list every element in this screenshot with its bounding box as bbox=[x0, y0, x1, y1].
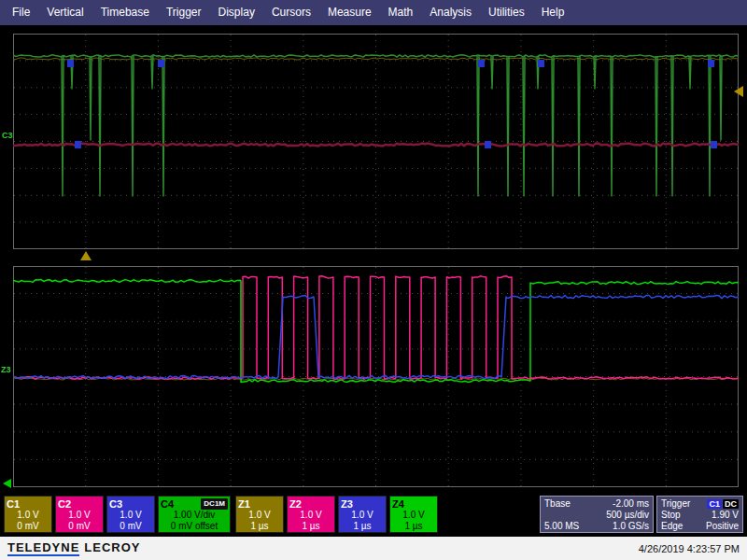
trigger-type: Edge bbox=[661, 521, 683, 531]
menu-item-display[interactable]: Display bbox=[210, 0, 263, 25]
zoom-id: Z2 bbox=[289, 498, 302, 510]
menu-item-utilities[interactable]: Utilities bbox=[480, 0, 533, 25]
channel-descriptor-c3[interactable]: C3 1.0 V 0 mV bbox=[106, 496, 155, 533]
zoom-timebase: 1 µs bbox=[289, 521, 332, 532]
trigger-slope: Positive bbox=[706, 521, 739, 531]
channel-descriptor-c1[interactable]: C1 1.0 V 0 mV bbox=[4, 496, 52, 533]
descriptor-row: C1 1.0 V 0 mV C2 1.0 V 0 mV C3 1.0 V 0 m… bbox=[0, 496, 747, 533]
zoom-id: Z4 bbox=[392, 498, 404, 510]
datetime-display: 4/26/2019 4:23:57 PM bbox=[639, 543, 740, 554]
channel-scale: 1.0 V bbox=[109, 510, 152, 521]
menu-item-timebase[interactable]: Timebase bbox=[92, 0, 158, 25]
zoom-scale: 1.0 V bbox=[289, 510, 332, 521]
channel-offset: 0 mV bbox=[109, 521, 152, 532]
menu-item-help[interactable]: Help bbox=[533, 0, 573, 25]
zoom-scale: 1.0 V bbox=[238, 510, 281, 521]
menu-bar: File Vertical Timebase Trigger Display C… bbox=[0, 0, 747, 25]
zoom-id: Z3 bbox=[341, 498, 353, 510]
footer-bar: TELEDYNE LECROY 4/26/2019 4:23:57 PM bbox=[0, 537, 747, 560]
channel-id: C4 bbox=[161, 498, 174, 510]
main-waveform-grid[interactable] bbox=[13, 34, 739, 249]
oscilloscope-app: { "menu": { "items": ["File","Vertical",… bbox=[0, 0, 747, 560]
trigger-descriptor[interactable]: Trigger C1DC Stop 1.90 V Edge Positive bbox=[656, 496, 743, 533]
timebase-delay: -2.00 ms bbox=[613, 498, 649, 509]
zoom-descriptor-z4[interactable]: Z4 1.0 V 1 µs bbox=[389, 496, 438, 533]
channel-descriptor-c2[interactable]: C2 1.0 V 0 mV bbox=[55, 496, 104, 533]
channel-scale: 1.00 V/div bbox=[161, 510, 228, 521]
zoom-descriptor-z1[interactable]: Z1 1.0 V 1 µs bbox=[235, 496, 284, 533]
menu-item-trigger[interactable]: Trigger bbox=[158, 0, 210, 25]
zoom-timebase: 1 µs bbox=[341, 521, 384, 532]
menu-item-measure[interactable]: Measure bbox=[319, 0, 380, 25]
channel-zero-label-z3: Z3 bbox=[1, 365, 11, 374]
trigger-coupling-badge: DC bbox=[723, 499, 739, 509]
channel-id: C1 bbox=[7, 498, 20, 510]
zoom-timebase: 1 µs bbox=[392, 521, 435, 532]
zoom-waveform-grid[interactable] bbox=[13, 266, 739, 487]
menu-item-math[interactable]: Math bbox=[380, 0, 422, 25]
channel-id: C2 bbox=[58, 498, 71, 510]
zoom-position-arrow-icon bbox=[3, 479, 11, 488]
trigger-level-marker[interactable] bbox=[734, 86, 743, 97]
zoom-scale: 1.0 V bbox=[341, 510, 384, 521]
brand-logo: TELEDYNE LECROY bbox=[7, 540, 141, 556]
channel-descriptor-c4[interactable]: C4 DC1M 1.00 V/div 0 mV offset bbox=[158, 496, 231, 533]
trigger-mode: Stop bbox=[661, 510, 681, 520]
menu-item-vertical[interactable]: Vertical bbox=[38, 0, 92, 25]
timebase-descriptor[interactable]: Tbase -2.00 ms 500 µs/div 5.00 MS 1.0 GS… bbox=[540, 496, 654, 533]
trigger-title: Trigger bbox=[661, 498, 690, 509]
channel-zero-label-c3: C3 bbox=[2, 131, 13, 140]
zoom-scale: 1.0 V bbox=[392, 510, 435, 521]
menu-item-analysis[interactable]: Analysis bbox=[421, 0, 480, 25]
zoom-id: Z1 bbox=[238, 498, 250, 510]
waveform-display: C3 Z3 C1 1.0 V 0 mV C2 1.0 V 0 mV C3 1.0… bbox=[0, 25, 747, 537]
timebase-title: Tbase bbox=[544, 498, 571, 509]
channel-offset: 0 mV bbox=[7, 521, 49, 532]
channel-scale: 1.0 V bbox=[58, 510, 101, 521]
timebase-rate: 1.0 GS/s bbox=[613, 521, 649, 531]
coupling-badge: DC1M bbox=[201, 498, 228, 510]
trigger-delay-marker[interactable] bbox=[80, 251, 92, 260]
timebase-scale: 500 µs/div bbox=[606, 510, 649, 520]
menu-item-file[interactable]: File bbox=[4, 0, 38, 25]
zoom-descriptor-z2[interactable]: Z2 1.0 V 1 µs bbox=[287, 496, 335, 533]
brand-lecroy: LECROY bbox=[84, 540, 140, 554]
channel-id: C3 bbox=[109, 498, 122, 510]
timebase-samples: 5.00 MS bbox=[544, 521, 579, 531]
menu-item-cursors[interactable]: Cursors bbox=[263, 0, 319, 25]
channel-offset: 0 mV bbox=[58, 521, 101, 532]
trigger-source-badge: C1 bbox=[707, 499, 722, 509]
zoom-timebase: 1 µs bbox=[238, 521, 281, 532]
channel-offset: 0 mV offset bbox=[161, 521, 228, 532]
zoom-descriptor-z3[interactable]: Z3 1.0 V 1 µs bbox=[338, 496, 387, 533]
brand-teledyne: TELEDYNE bbox=[7, 540, 79, 556]
trigger-level: 1.90 V bbox=[712, 510, 739, 520]
channel-scale: 1.0 V bbox=[7, 510, 49, 521]
